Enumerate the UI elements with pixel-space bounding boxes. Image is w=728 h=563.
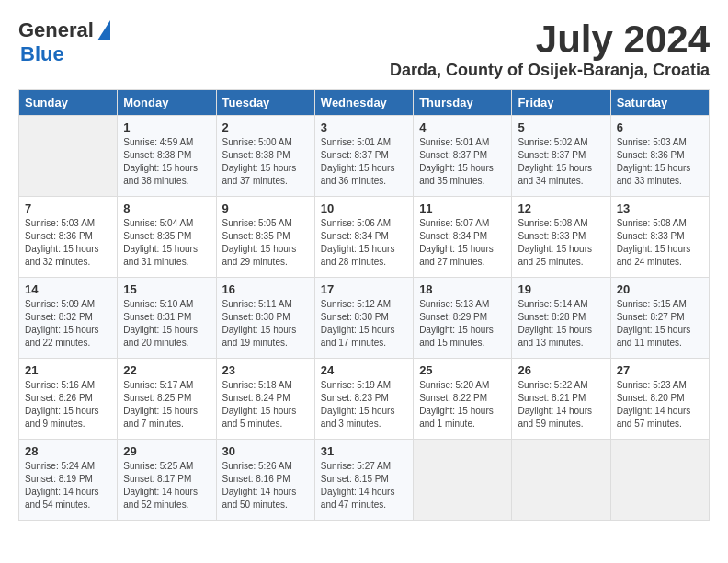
calendar-cell: 13Sunrise: 5:08 AM Sunset: 8:33 PM Dayli… bbox=[610, 197, 709, 278]
cell-content: Sunrise: 5:12 AM Sunset: 8:30 PM Dayligh… bbox=[321, 298, 407, 350]
day-number: 19 bbox=[518, 282, 604, 296]
day-number: 31 bbox=[321, 444, 407, 458]
calendar-cell bbox=[610, 440, 709, 521]
day-number: 14 bbox=[25, 282, 111, 296]
location: Darda, County of Osijek-Baranja, Croatia bbox=[390, 61, 710, 80]
cell-content: Sunrise: 5:06 AM Sunset: 8:34 PM Dayligh… bbox=[321, 217, 407, 269]
day-number: 5 bbox=[518, 121, 604, 134]
calendar-cell: 14Sunrise: 5:09 AM Sunset: 8:32 PM Dayli… bbox=[19, 278, 118, 359]
calendar-cell: 4Sunrise: 5:01 AM Sunset: 8:37 PM Daylig… bbox=[414, 116, 512, 197]
calendar-cell: 29Sunrise: 5:25 AM Sunset: 8:17 PM Dayli… bbox=[118, 440, 216, 521]
day-number: 22 bbox=[123, 363, 210, 377]
calendar-cell: 7Sunrise: 5:03 AM Sunset: 8:36 PM Daylig… bbox=[19, 197, 118, 278]
calendar-cell: 16Sunrise: 5:11 AM Sunset: 8:30 PM Dayli… bbox=[216, 278, 314, 359]
cell-content: Sunrise: 5:13 AM Sunset: 8:29 PM Dayligh… bbox=[419, 298, 506, 350]
day-number: 29 bbox=[123, 444, 210, 458]
calendar-cell: 18Sunrise: 5:13 AM Sunset: 8:29 PM Dayli… bbox=[414, 278, 512, 359]
cell-content: Sunrise: 5:07 AM Sunset: 8:34 PM Dayligh… bbox=[419, 217, 506, 269]
header: General Blue July 2024 Darda, County of … bbox=[18, 18, 710, 80]
calendar-cell: 19Sunrise: 5:14 AM Sunset: 8:28 PM Dayli… bbox=[512, 278, 610, 359]
cell-content: Sunrise: 5:03 AM Sunset: 8:36 PM Dayligh… bbox=[617, 136, 703, 188]
calendar-cell: 12Sunrise: 5:08 AM Sunset: 8:33 PM Dayli… bbox=[512, 197, 610, 278]
day-header-monday: Monday bbox=[118, 90, 216, 116]
day-number: 13 bbox=[617, 201, 703, 215]
day-number: 8 bbox=[123, 201, 210, 215]
calendar-cell: 25Sunrise: 5:20 AM Sunset: 8:22 PM Dayli… bbox=[414, 359, 512, 440]
day-number: 4 bbox=[419, 121, 506, 134]
logo-general: General bbox=[18, 18, 94, 42]
logo-icon bbox=[97, 20, 110, 40]
calendar-cell: 1Sunrise: 4:59 AM Sunset: 8:38 PM Daylig… bbox=[118, 116, 216, 197]
cell-content: Sunrise: 5:26 AM Sunset: 8:16 PM Dayligh… bbox=[222, 460, 309, 511]
day-number: 18 bbox=[419, 282, 506, 296]
calendar-cell: 28Sunrise: 5:24 AM Sunset: 8:19 PM Dayli… bbox=[19, 440, 118, 521]
cell-content: Sunrise: 5:19 AM Sunset: 8:23 PM Dayligh… bbox=[321, 379, 407, 431]
calendar-cell: 9Sunrise: 5:05 AM Sunset: 8:35 PM Daylig… bbox=[216, 197, 314, 278]
calendar-cell: 15Sunrise: 5:10 AM Sunset: 8:31 PM Dayli… bbox=[118, 278, 216, 359]
cell-content: Sunrise: 5:20 AM Sunset: 8:22 PM Dayligh… bbox=[419, 379, 506, 431]
day-number: 1 bbox=[123, 121, 210, 134]
cell-content: Sunrise: 5:01 AM Sunset: 8:37 PM Dayligh… bbox=[321, 136, 407, 188]
cell-content: Sunrise: 5:04 AM Sunset: 8:35 PM Dayligh… bbox=[123, 217, 210, 269]
cell-content: Sunrise: 5:24 AM Sunset: 8:19 PM Dayligh… bbox=[25, 460, 111, 511]
calendar-cell: 24Sunrise: 5:19 AM Sunset: 8:23 PM Dayli… bbox=[314, 359, 413, 440]
cell-content: Sunrise: 5:18 AM Sunset: 8:24 PM Dayligh… bbox=[222, 379, 309, 431]
calendar-cell: 8Sunrise: 5:04 AM Sunset: 8:35 PM Daylig… bbox=[118, 197, 216, 278]
cell-content: Sunrise: 5:14 AM Sunset: 8:28 PM Dayligh… bbox=[518, 298, 604, 350]
title-section: July 2024 Darda, County of Osijek-Baranj… bbox=[390, 18, 710, 80]
calendar-cell bbox=[19, 116, 118, 197]
day-header-wednesday: Wednesday bbox=[314, 90, 413, 116]
day-number: 2 bbox=[222, 121, 309, 134]
calendar-cell: 26Sunrise: 5:22 AM Sunset: 8:21 PM Dayli… bbox=[512, 359, 610, 440]
day-number: 28 bbox=[25, 444, 111, 458]
calendar-cell bbox=[414, 440, 512, 521]
day-number: 20 bbox=[617, 282, 703, 296]
day-header-tuesday: Tuesday bbox=[216, 90, 314, 116]
day-header-sunday: Sunday bbox=[19, 90, 118, 116]
cell-content: Sunrise: 5:22 AM Sunset: 8:21 PM Dayligh… bbox=[518, 379, 604, 431]
cell-content: Sunrise: 5:03 AM Sunset: 8:36 PM Dayligh… bbox=[25, 217, 111, 269]
calendar-week-row: 21Sunrise: 5:16 AM Sunset: 8:26 PM Dayli… bbox=[19, 359, 710, 440]
calendar-cell: 27Sunrise: 5:23 AM Sunset: 8:20 PM Dayli… bbox=[610, 359, 709, 440]
calendar-cell: 23Sunrise: 5:18 AM Sunset: 8:24 PM Dayli… bbox=[216, 359, 314, 440]
calendar-cell bbox=[512, 440, 610, 521]
cell-content: Sunrise: 5:11 AM Sunset: 8:30 PM Dayligh… bbox=[222, 298, 309, 350]
day-number: 25 bbox=[419, 363, 506, 377]
cell-content: Sunrise: 5:23 AM Sunset: 8:20 PM Dayligh… bbox=[617, 379, 703, 431]
day-number: 12 bbox=[518, 201, 604, 215]
cell-content: Sunrise: 5:25 AM Sunset: 8:17 PM Dayligh… bbox=[123, 460, 210, 511]
calendar-header-row: SundayMondayTuesdayWednesdayThursdayFrid… bbox=[19, 90, 710, 116]
calendar-cell: 10Sunrise: 5:06 AM Sunset: 8:34 PM Dayli… bbox=[314, 197, 413, 278]
day-header-thursday: Thursday bbox=[414, 90, 512, 116]
calendar-table: SundayMondayTuesdayWednesdayThursdayFrid… bbox=[18, 89, 710, 521]
cell-content: Sunrise: 5:00 AM Sunset: 8:38 PM Dayligh… bbox=[222, 136, 309, 188]
cell-content: Sunrise: 5:08 AM Sunset: 8:33 PM Dayligh… bbox=[518, 217, 604, 269]
calendar-cell: 5Sunrise: 5:02 AM Sunset: 8:37 PM Daylig… bbox=[512, 116, 610, 197]
day-number: 3 bbox=[321, 121, 407, 134]
day-number: 6 bbox=[617, 121, 703, 134]
cell-content: Sunrise: 4:59 AM Sunset: 8:38 PM Dayligh… bbox=[123, 136, 210, 188]
day-number: 23 bbox=[222, 363, 309, 377]
day-number: 11 bbox=[419, 201, 506, 215]
calendar-week-row: 7Sunrise: 5:03 AM Sunset: 8:36 PM Daylig… bbox=[19, 197, 710, 278]
month-year: July 2024 bbox=[390, 18, 710, 61]
calendar-cell: 17Sunrise: 5:12 AM Sunset: 8:30 PM Dayli… bbox=[314, 278, 413, 359]
cell-content: Sunrise: 5:01 AM Sunset: 8:37 PM Dayligh… bbox=[419, 136, 506, 188]
day-header-friday: Friday bbox=[512, 90, 610, 116]
day-number: 30 bbox=[222, 444, 309, 458]
calendar-cell: 11Sunrise: 5:07 AM Sunset: 8:34 PM Dayli… bbox=[414, 197, 512, 278]
cell-content: Sunrise: 5:15 AM Sunset: 8:27 PM Dayligh… bbox=[617, 298, 703, 350]
cell-content: Sunrise: 5:09 AM Sunset: 8:32 PM Dayligh… bbox=[25, 298, 111, 350]
day-number: 15 bbox=[123, 282, 210, 296]
day-number: 10 bbox=[321, 201, 407, 215]
cell-content: Sunrise: 5:08 AM Sunset: 8:33 PM Dayligh… bbox=[617, 217, 703, 269]
logo: General Blue bbox=[18, 18, 110, 66]
calendar-cell: 30Sunrise: 5:26 AM Sunset: 8:16 PM Dayli… bbox=[216, 440, 314, 521]
cell-content: Sunrise: 5:02 AM Sunset: 8:37 PM Dayligh… bbox=[518, 136, 604, 188]
day-number: 27 bbox=[617, 363, 703, 377]
calendar-cell: 2Sunrise: 5:00 AM Sunset: 8:38 PM Daylig… bbox=[216, 116, 314, 197]
calendar-cell: 6Sunrise: 5:03 AM Sunset: 8:36 PM Daylig… bbox=[610, 116, 709, 197]
day-number: 21 bbox=[25, 363, 111, 377]
calendar-cell: 3Sunrise: 5:01 AM Sunset: 8:37 PM Daylig… bbox=[314, 116, 413, 197]
day-number: 17 bbox=[321, 282, 407, 296]
